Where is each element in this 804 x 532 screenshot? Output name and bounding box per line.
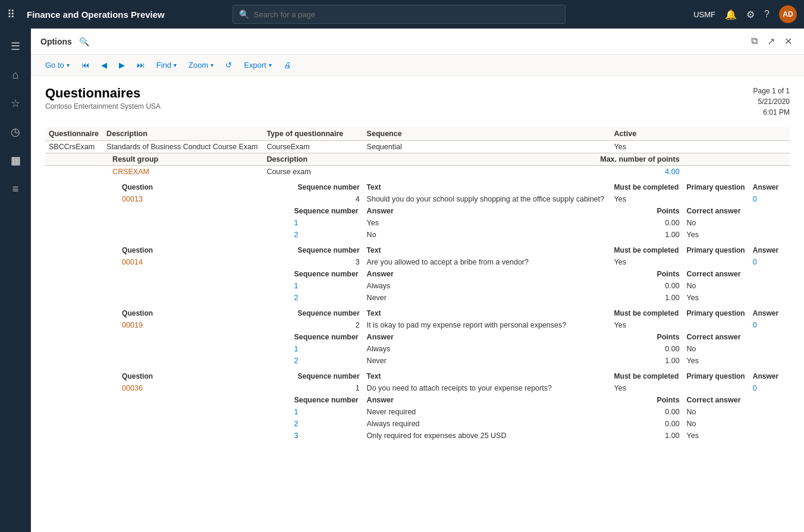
search-bar: 🔍 [233,5,566,24]
goto-chevron: ▾ [67,62,70,68]
sidebar-item-favorites[interactable]: ☆ [2,90,29,117]
ah-correct: Correct answer [683,205,749,217]
avatar[interactable]: AD [779,5,797,23]
ah-answer: Answer [363,268,611,280]
question-answer-count: 0 [749,319,783,331]
ah-correct: Correct answer [683,268,749,280]
q-header-text: Text [363,370,611,382]
top-nav: ⠿ Finance and Operations Preview 🔍 USMF … [0,0,804,29]
print-button[interactable]: 🖨 [279,58,296,72]
answer-correct: Yes [683,229,749,241]
rg-id: CRSEXAM [103,166,263,178]
questionnaire-description: Standards of Business Conduct Course Exa… [103,141,263,153]
q-header-answer: Answer [749,244,783,256]
page-subtitle: Contoso Entertainment System USA [45,102,161,111]
side-nav: ☰ ⌂ ☆ ◷ ▦ ≡ [0,29,31,532]
answer-correct: No [683,406,749,418]
search-input[interactable] [254,10,559,19]
top-nav-right: USMF 🔔 ⚙ ? AD [693,5,797,23]
question-data-row: 00014 3 Are you allowed to accept a brib… [45,256,790,268]
question-seq: 4 [263,193,363,205]
questionnaire-sequence: Sequential [363,141,611,153]
q-header-label: Question [103,370,263,382]
page-header: Questionnaires Contoso Entertainment Sys… [45,86,790,118]
next-page-button[interactable]: ▶ [114,58,130,72]
search-icon: 🔍 [239,10,249,19]
question-answer-count: 0 [749,193,783,205]
find-button[interactable]: Find ▾ [152,58,181,72]
question-seq: 2 [263,319,363,331]
sidebar-item-modules[interactable]: ≡ [2,176,29,202]
answer-header-row: Sequence number Answer Points Correct an… [45,394,790,406]
question-must: Yes [611,319,683,331]
q-header-primary: Primary question [683,244,749,256]
sidebar-item-workspaces[interactable]: ▦ [2,147,29,174]
answer-text: Only required for expenses above 25 USD [363,430,611,442]
open-new-icon[interactable]: ↗ [765,33,777,49]
question-text: Do you need to attach receipts to your e… [363,382,611,394]
answer-data-row: 2 No 1.00 Yes [45,229,790,241]
answer-text: Yes [363,217,611,229]
goto-button[interactable]: Go to ▾ [40,58,74,72]
settings-icon[interactable]: ⚙ [746,9,755,20]
page-title: Questionnaires [45,86,161,101]
answer-text: No [363,229,611,241]
notification-icon[interactable]: 🔔 [725,9,737,20]
col-description: Description [103,127,263,141]
close-icon[interactable]: ✕ [782,33,794,49]
rg-description: Course exam [263,166,363,178]
answer-data-row: 1 Never required 0.00 No [45,406,790,418]
question-seq: 1 [263,382,363,394]
answer-points: 1.00 [611,355,683,367]
question-data-row: 00013 4 Should you do your school supply… [45,193,790,205]
prev-page-button[interactable]: ◀ [96,58,112,72]
answer-data-row: 2 Never 1.00 Yes [45,355,790,367]
export-chevron: ▾ [269,62,272,68]
col-active: Active [611,127,683,141]
answer-seq: 2 [263,418,363,430]
question-primary [683,319,749,331]
questionnaire-type: CourseExam [263,141,363,153]
ah-points: Points [611,205,683,217]
options-search-icon[interactable]: 🔍 [79,37,89,46]
report-time: 6:01 PM [753,107,790,118]
main-area: Options 🔍 ⧉ ↗ ✕ Go to ▾ ⏮ ◀ ▶ ⏭ Find ▾ Z [31,29,804,532]
question-id: 00019 [103,319,263,331]
first-page-button[interactable]: ⏮ [77,58,94,72]
question-seq: 3 [263,256,363,268]
export-button[interactable]: Export ▾ [239,58,277,72]
rg-header-label [45,153,103,166]
answer-text: Always [363,280,611,292]
question-primary [683,193,749,205]
question-header-row: Question Sequence number Text Must be co… [45,370,790,382]
zoom-button[interactable]: Zoom ▾ [184,58,218,72]
content: Questionnaires Contoso Entertainment Sys… [31,76,804,532]
expand-icon[interactable]: ⧉ [749,33,760,49]
q-header-must: Must be completed [611,244,683,256]
answer-seq: 2 [263,355,363,367]
q-header-label: Question [103,307,263,319]
refresh-button[interactable]: ↺ [221,58,237,72]
answer-header-row: Sequence number Answer Points Correct an… [45,331,790,343]
answer-data-row: 3 Only required for expenses above 25 US… [45,430,790,442]
answer-correct: Yes [683,355,749,367]
answer-points: 0.00 [611,406,683,418]
page-header-left: Questionnaires Contoso Entertainment Sys… [45,86,161,111]
sidebar-item-home[interactable]: ⌂ [2,62,29,88]
ah-answer: Answer [363,394,611,406]
answer-data-row: 1 Yes 0.00 No [45,217,790,229]
ah-seq: Sequence number [263,394,363,406]
answer-header-row: Sequence number Answer Points Correct an… [45,268,790,280]
waffle-icon[interactable]: ⠿ [7,8,15,21]
company-label: USMF [693,10,715,19]
rg-header-description: Description [263,153,363,166]
last-page-button[interactable]: ⏭ [132,58,149,72]
question-header-row: Question Sequence number Text Must be co… [45,307,790,319]
answer-points: 0.00 [611,280,683,292]
help-icon[interactable]: ? [764,9,770,20]
sidebar-item-recent[interactable]: ◷ [2,119,29,145]
q-header-answer: Answer [749,181,783,193]
sidebar-item-hamburger[interactable]: ☰ [2,33,29,59]
question-text: Should you do your school supply shoppin… [363,193,611,205]
col-type: Type of questionnaire [263,127,363,141]
